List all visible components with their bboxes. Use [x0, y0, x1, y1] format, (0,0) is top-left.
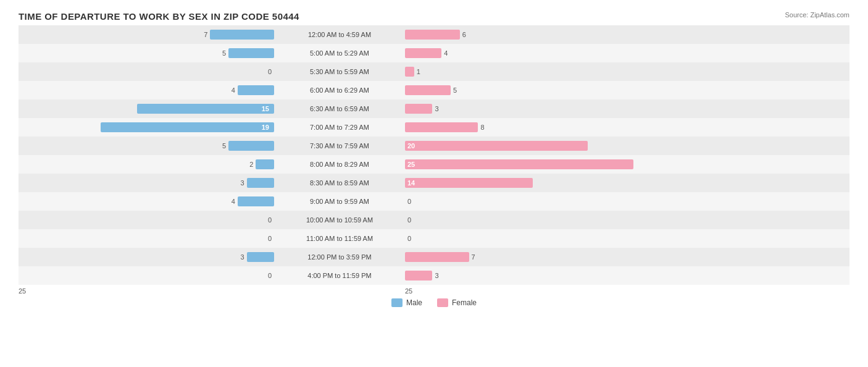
male-bar-wrapper: 19	[19, 122, 274, 132]
table-row: 05:30 AM to 5:59 AM1	[19, 62, 849, 81]
table-row: 38:30 AM to 8:59 AM14	[19, 174, 849, 192]
male-bar-section: 15	[19, 104, 278, 114]
male-bar: 15	[137, 104, 274, 114]
time-label: 12:00 PM to 3:59 PM	[278, 253, 401, 261]
male-bar-wrapper: 3	[19, 252, 274, 262]
legend-male-box	[391, 298, 403, 307]
legend-female-box	[437, 298, 448, 307]
female-value: 0	[407, 216, 411, 224]
female-value: 0	[407, 235, 411, 242]
male-bar	[256, 159, 274, 169]
female-bar-wrapper: 4	[405, 48, 448, 58]
female-value: 5	[453, 86, 457, 94]
male-bar-wrapper: 7	[19, 30, 274, 40]
female-bar: 20	[405, 141, 588, 151]
male-bar	[238, 196, 274, 206]
time-label: 12:00 AM to 4:59 AM	[278, 31, 401, 38]
male-bar-wrapper: 0	[19, 216, 274, 224]
female-bar-section: 3	[401, 271, 849, 281]
time-label: 8:30 AM to 8:59 AM	[278, 179, 401, 187]
female-bar	[405, 252, 469, 262]
female-bar	[405, 104, 432, 114]
time-label: 5:00 AM to 5:29 AM	[278, 49, 401, 57]
table-row: 197:00 AM to 7:29 AM8	[19, 118, 849, 137]
male-bar-wrapper: 2	[19, 159, 274, 169]
female-bar-section: 4	[401, 48, 849, 58]
female-bar-wrapper: 3	[405, 271, 439, 281]
male-bar-section: 7	[19, 30, 278, 40]
female-value: 4	[444, 49, 448, 57]
male-bar	[228, 48, 274, 58]
male-bar-section: 0	[19, 272, 278, 279]
table-row: 55:00 AM to 5:29 AM4	[19, 44, 849, 62]
male-bar-wrapper: 15	[19, 104, 274, 114]
time-label: 10:00 AM to 10:59 AM	[278, 216, 401, 224]
male-bar-section: 0	[19, 68, 278, 75]
female-bar-section: 6	[401, 30, 849, 40]
time-label: 7:30 AM to 7:59 AM	[278, 142, 401, 150]
time-label: 11:00 AM to 11:59 AM	[278, 235, 401, 242]
male-bar	[210, 30, 274, 40]
time-label: 6:30 AM to 6:59 AM	[278, 105, 401, 112]
time-label: 9:00 AM to 9:59 AM	[278, 198, 401, 205]
time-label: 6:00 AM to 6:29 AM	[278, 86, 401, 94]
female-bar	[405, 122, 478, 132]
female-bar-wrapper: 0	[405, 235, 411, 242]
male-value: 3	[240, 179, 244, 187]
male-bar-section: 4	[19, 196, 278, 206]
female-bar-section: 3	[401, 104, 849, 114]
female-value: 3	[435, 272, 438, 279]
male-bar-wrapper: 0	[19, 68, 274, 75]
male-value: 5	[222, 142, 226, 150]
table-row: 28:00 AM to 8:29 AM25	[19, 155, 849, 174]
male-bar-section: 3	[19, 252, 278, 262]
table-row: 156:30 AM to 6:59 AM3	[19, 99, 849, 118]
male-bar-wrapper: 0	[19, 235, 274, 242]
table-row: 49:00 AM to 9:59 AM0	[19, 192, 849, 211]
female-bar-section: 5	[401, 85, 849, 95]
male-bar-wrapper: 4	[19, 196, 274, 206]
female-bar-wrapper: 0	[405, 198, 411, 205]
female-value: 3	[435, 105, 438, 112]
female-bar	[405, 67, 414, 77]
female-bar	[405, 271, 432, 281]
table-row: 010:00 AM to 10:59 AM0	[19, 211, 849, 229]
male-bar	[247, 252, 274, 262]
table-row: 04:00 PM to 11:59 PM3	[19, 266, 849, 285]
male-bar-section: 5	[19, 141, 278, 151]
female-bar-wrapper: 5	[405, 85, 457, 95]
legend: Male Female	[19, 298, 849, 307]
female-bar-wrapper: 3	[405, 104, 439, 114]
female-bar-wrapper: 25	[405, 159, 633, 169]
female-bar-section: 14	[401, 178, 849, 188]
female-bar-section: 1	[401, 67, 849, 77]
male-bar-section: 4	[19, 85, 278, 95]
female-bar-section: 0	[401, 235, 849, 242]
female-bar-section: 8	[401, 122, 849, 132]
legend-male-label: Male	[406, 298, 422, 307]
chart-title: TIME OF DEPARTURE TO WORK BY SEX IN ZIP …	[19, 11, 849, 22]
table-row: 312:00 PM to 3:59 PM7	[19, 248, 849, 266]
female-bar-wrapper: 0	[405, 216, 411, 224]
time-label: 8:00 AM to 8:29 AM	[278, 161, 401, 168]
male-bar: 19	[101, 122, 274, 132]
female-bar-section: 0	[401, 216, 849, 224]
male-bar-section: 0	[19, 216, 278, 224]
female-bar-section: 0	[401, 198, 849, 205]
table-row: 46:00 AM to 6:29 AM5	[19, 81, 849, 99]
male-value: 2	[249, 161, 253, 168]
male-bar-wrapper: 3	[19, 178, 274, 188]
male-bar-wrapper: 5	[19, 48, 274, 58]
bars-area: 712:00 AM to 4:59 AM655:00 AM to 5:29 AM…	[19, 25, 849, 285]
axis-row: 25 25	[19, 287, 849, 295]
female-bar	[405, 48, 441, 58]
male-bar-wrapper: 5	[19, 141, 274, 151]
male-value: 0	[268, 272, 272, 279]
male-bar	[238, 85, 274, 95]
male-bar	[247, 178, 274, 188]
male-bar-wrapper: 4	[19, 85, 274, 95]
table-row: 712:00 AM to 4:59 AM6	[19, 25, 849, 44]
male-bar-section: 5	[19, 48, 278, 58]
time-label: 5:30 AM to 5:59 AM	[278, 68, 401, 75]
female-bar: 25	[405, 159, 633, 169]
